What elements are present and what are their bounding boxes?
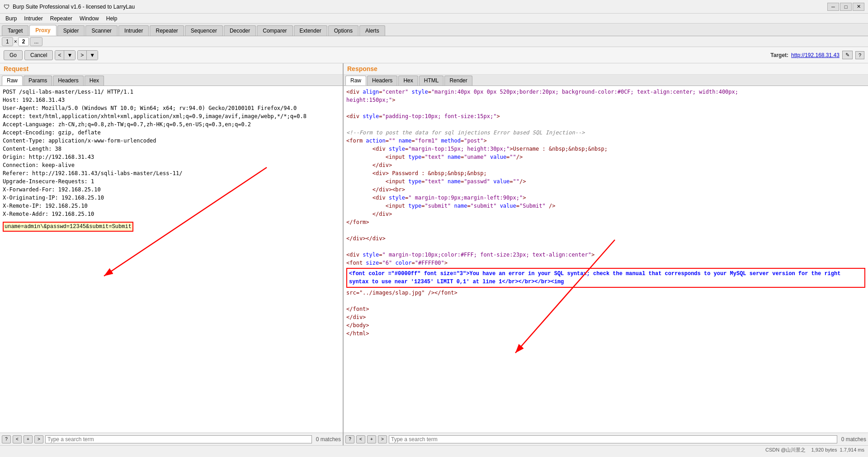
target-label: Target: — [770, 52, 788, 58]
response-error-highlight: <font color ="#0000ff" font size="3">You… — [346, 268, 865, 288]
resp-tab-headers[interactable]: Headers — [367, 76, 397, 86]
response-text-after: src="../images/slap.jpg" /></font> </fon… — [346, 289, 865, 338]
response-tabs: Raw Headers Hex HTML Render — [344, 75, 868, 86]
forward-button[interactable]: > — [78, 51, 87, 60]
app-icon: 🛡 — [4, 3, 10, 10]
main-content: Request Raw Params Headers Hex POST /sql… — [0, 63, 868, 445]
menu-item-help[interactable]: Help — [103, 14, 121, 23]
tab-spider[interactable]: Spider — [57, 25, 85, 36]
request-search-input[interactable] — [45, 435, 312, 443]
forward-dropdown-button[interactable]: ▼ — [87, 51, 98, 60]
back-dropdown-button[interactable]: ▼ — [64, 51, 75, 60]
titlebar: 🛡 Burp Suite Professional v1.6 - license… — [0, 0, 868, 14]
response-search-input[interactable] — [389, 435, 837, 443]
title-text: Burp Suite Professional v1.6 - licensed … — [13, 4, 827, 10]
req-search-next-btn[interactable]: + — [24, 435, 33, 443]
resp-tab-hex[interactable]: Hex — [398, 76, 418, 86]
req-tab-raw[interactable]: Raw — [2, 76, 23, 86]
tab-intruder[interactable]: Intruder — [118, 25, 149, 36]
tab-decoder[interactable]: Decoder — [224, 25, 256, 36]
target-help-button[interactable]: ? — [855, 51, 864, 59]
request-panel: Request Raw Params Headers Hex POST /sql… — [0, 63, 344, 445]
tab-extender[interactable]: Extender — [294, 25, 327, 36]
back-button[interactable]: < — [55, 51, 64, 60]
resp-search-help-btn[interactable]: ? — [345, 435, 354, 443]
tab-repeater[interactable]: Repeater — [150, 25, 184, 36]
resp-tab-html[interactable]: HTML — [419, 76, 444, 86]
response-match-count: 0 matches — [839, 436, 866, 443]
main-tabs: Target Proxy Spider Scanner Intruder Rep… — [0, 24, 868, 36]
request-body-highlight: uname=admin\&passwd=12345&submit=Submit — [3, 222, 133, 232]
request-title: Request — [0, 63, 343, 75]
sub-tab-2[interactable]: 2 — [18, 37, 29, 46]
req-tab-headers[interactable]: Headers — [53, 76, 83, 86]
cancel-button[interactable]: Cancel — [24, 50, 53, 60]
tab-proxy[interactable]: Proxy — [29, 25, 56, 36]
window-controls: ─ □ ✕ — [827, 3, 864, 11]
tab-options[interactable]: Options — [328, 25, 359, 36]
req-tab-params[interactable]: Params — [24, 76, 52, 86]
tab-target[interactable]: Target — [2, 25, 28, 36]
sub-tab-dots[interactable]: ... — [30, 37, 42, 46]
request-match-count: 0 matches — [314, 436, 341, 443]
request-tabs: Raw Params Headers Hex — [0, 75, 343, 86]
statusbar: CSDN @山川景之 1,920 bytes 1.7,914 ms — [0, 445, 868, 454]
tab-scanner[interactable]: Scanner — [85, 25, 118, 36]
req-search-options-btn[interactable]: > — [34, 435, 43, 443]
go-button[interactable]: Go — [4, 50, 23, 60]
resp-search-next-btn[interactable]: + — [367, 435, 376, 443]
request-search-bar: ? < + > 0 matches — [0, 433, 343, 445]
response-search-bar: ? < + > 0 matches — [344, 433, 868, 445]
tab-alerts[interactable]: Alerts — [359, 25, 385, 36]
req-search-prev-btn[interactable]: < — [13, 435, 22, 443]
response-panel: Response Raw Headers Hex HTML Render <di… — [344, 63, 868, 445]
target-edit-button[interactable]: ✎ — [842, 51, 853, 59]
menu-item-burp[interactable]: Burp — [2, 14, 20, 23]
request-text: POST /sqli-labs-master/Less-11/ HTTP/1.1… — [3, 88, 340, 218]
menubar: Burp Intruder Repeater Window Help — [0, 14, 868, 24]
resp-search-options-btn[interactable]: > — [378, 435, 387, 443]
target-info: Target: http://192.168.31.43 ✎ ? — [770, 51, 864, 59]
tab-comparer[interactable]: Comparer — [257, 25, 292, 36]
resp-tab-render[interactable]: Render — [444, 76, 472, 86]
response-title: Response — [344, 63, 868, 75]
resp-tab-raw[interactable]: Raw — [345, 76, 366, 86]
response-error-text: <font color ="#0000ff" font size="3">You… — [349, 271, 840, 285]
req-search-help-btn[interactable]: ? — [2, 435, 11, 443]
forward-nav-group: > ▼ — [77, 50, 98, 60]
target-url: http://192.168.31.43 — [791, 52, 840, 58]
response-text: <div align="center" style="margin:40px 0… — [346, 88, 865, 267]
menu-item-intruder[interactable]: Intruder — [20, 14, 46, 23]
sub-tab-separator: × — [14, 38, 17, 45]
maximize-button[interactable]: □ — [840, 3, 852, 11]
menu-item-repeater[interactable]: Repeater — [47, 14, 76, 23]
resp-search-prev-btn[interactable]: < — [356, 435, 365, 443]
toolbar: Go Cancel < ▼ > ▼ Target: http://192.168… — [0, 47, 868, 63]
menu-item-window[interactable]: Window — [76, 14, 103, 23]
back-nav-group: < ▼ — [55, 50, 75, 60]
sub-tab-1[interactable]: 1 — [2, 37, 13, 46]
sub-tabs: 1 × 2 ... — [0, 36, 868, 47]
request-content: POST /sqli-labs-master/Less-11/ HTTP/1.1… — [0, 86, 343, 433]
response-content: <div align="center" style="margin:40px 0… — [344, 86, 868, 433]
req-tab-hex[interactable]: Hex — [85, 76, 104, 86]
status-text: CSDN @山川景之 1,920 bytes 1.7,914 ms — [765, 447, 864, 453]
tab-sequencer[interactable]: Sequencer — [185, 25, 223, 36]
minimize-button[interactable]: ─ — [827, 3, 839, 11]
close-button[interactable]: ✕ — [853, 3, 864, 11]
